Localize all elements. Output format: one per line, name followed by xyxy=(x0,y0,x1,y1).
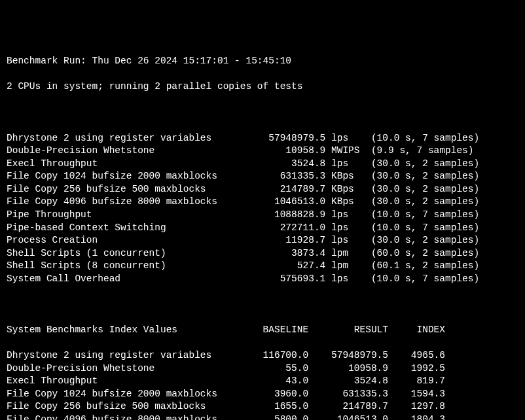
index-row: Double-Precision Whetstone 55.0 10958.9 … xyxy=(7,362,518,376)
index-row: File Copy 4096 bufsize 8000 maxblocks 58… xyxy=(7,413,518,420)
index-values-section: Dhrystone 2 using register variables 116… xyxy=(7,349,518,420)
test-row: Execl Throughput 3524.8 lps (30.0 s, 2 s… xyxy=(7,158,518,171)
test-results-section: Dhrystone 2 using register variables 579… xyxy=(7,132,518,286)
index-header-row: System Benchmarks Index Values BASELINE … xyxy=(7,324,518,337)
test-row: File Copy 1024 bufsize 2000 maxblocks 63… xyxy=(7,170,518,183)
index-row: Dhrystone 2 using register variables 116… xyxy=(7,349,518,362)
index-row: File Copy 256 bufsize 500 maxblocks 1655… xyxy=(7,400,518,413)
test-row: Pipe Throughput 1088828.9 lps (10.0 s, 7… xyxy=(7,209,518,222)
blank-line xyxy=(7,107,518,120)
test-row: Shell Scripts (1 concurrent) 3873.4 lpm … xyxy=(7,247,518,260)
test-row: Pipe-based Context Switching 272711.0 lp… xyxy=(7,222,518,235)
test-row: File Copy 4096 bufsize 8000 maxblocks 10… xyxy=(7,196,518,209)
test-row: Dhrystone 2 using register variables 579… xyxy=(7,132,518,145)
index-row: Execl Throughput 43.0 3524.8 819.7 xyxy=(7,375,518,388)
test-row: Process Creation 11928.7 lps (30.0 s, 2 … xyxy=(7,234,518,247)
test-row: System Call Overhead 575693.1 lps (10.0 … xyxy=(7,273,518,286)
cpu-info: 2 CPUs in system; running 2 parallel cop… xyxy=(7,80,518,94)
test-row: Double-Precision Whetstone 10958.9 MWIPS… xyxy=(7,145,518,158)
blank-line xyxy=(7,298,518,311)
index-row: File Copy 1024 bufsize 2000 maxblocks 39… xyxy=(7,388,518,401)
test-row: File Copy 256 bufsize 500 maxblocks 2147… xyxy=(7,183,518,196)
test-row: Shell Scripts (8 concurrent) 527.4 lpm (… xyxy=(7,260,518,273)
benchmark-run-header: Benchmark Run: Thu Dec 26 2024 15:17:01 … xyxy=(7,55,518,68)
